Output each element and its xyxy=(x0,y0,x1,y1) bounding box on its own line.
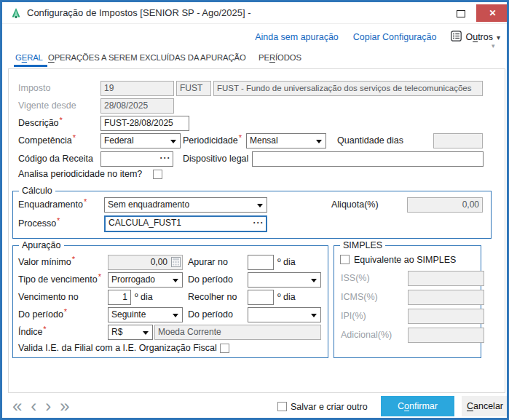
adicional-label: Adicional(%) xyxy=(341,330,392,340)
vencimento-no-suffix: º dia xyxy=(135,292,153,302)
nav-last-button[interactable]: » xyxy=(60,397,69,415)
status-link-apuracao[interactable]: Ainda sem apuração xyxy=(255,32,339,42)
enquadramento-select[interactable]: Sem enquadramento xyxy=(104,197,267,213)
competencia-label: Competência xyxy=(18,135,76,146)
descricao-input[interactable]: FUST-28/08/2025 xyxy=(100,116,189,131)
chevron-down-icon xyxy=(311,279,317,282)
confirmar-button[interactable]: Confirmar xyxy=(381,396,454,416)
outros-label: Outros xyxy=(465,32,493,42)
indice-select[interactable]: R$ xyxy=(108,325,153,340)
do-periodo-vencimento-select[interactable]: Seguinte xyxy=(108,307,183,322)
indice-label: Índice xyxy=(18,327,47,337)
record-navigation: « ‹ › » xyxy=(12,397,70,415)
iss-label: ISS(%) xyxy=(341,273,370,283)
tab-operacoes-excluidas[interactable]: OPERAÇÕES A SEREM EXCLUÍDAS DA APURAÇÃO xyxy=(48,53,246,62)
do-periodo-apurar-label: Do período xyxy=(188,274,233,285)
copy-config-link[interactable]: Copiar Configuração xyxy=(353,32,437,42)
apuracao-group-title: Apuração xyxy=(19,240,64,250)
vencimento-no-label: Vencimento no xyxy=(18,292,79,302)
analisa-periodicidade-label: Analisa periodicidade no item? xyxy=(18,169,142,179)
aliquota-field: 0,00 xyxy=(407,197,483,213)
valida-ie-label: Valida I.E. da Filial com a I.E. Organiz… xyxy=(18,343,217,353)
dialog-window: Configuração de Impostos [SENIOR SP - Ag… xyxy=(0,0,509,420)
tab-periodos[interactable]: PERÍODOS xyxy=(259,53,301,62)
do-periodo-recolher-label: Do período xyxy=(188,309,233,320)
vigente-desde-label: Vigente desde xyxy=(18,100,76,111)
do-periodo-recolher-select[interactable] xyxy=(248,307,321,322)
chevron-down-icon xyxy=(173,279,178,282)
imposto-nome-field: FUST - Fundo de universalização dos serv… xyxy=(213,81,483,96)
nav-previous-button[interactable]: ‹ xyxy=(31,397,36,415)
apurar-no-input[interactable] xyxy=(248,255,274,270)
nav-first-button[interactable]: « xyxy=(12,397,22,415)
indice-descricao-field: Moeda Corrente xyxy=(154,325,321,340)
chevron-down-icon xyxy=(257,204,263,207)
adicional-field xyxy=(408,328,484,343)
apurar-no-label: Apurar no xyxy=(188,257,228,267)
cancelar-button[interactable]: Cancelar xyxy=(462,396,508,416)
valor-minimo-label: Valor mínimo xyxy=(18,257,75,267)
codigo-receita-label: Código da Receita xyxy=(18,154,93,164)
window-title: Configuração de Impostos [SENIOR SP - Ag… xyxy=(27,7,251,18)
app-tree-icon xyxy=(10,7,22,22)
list-icon xyxy=(451,31,462,44)
do-periodo-vencimento-label: Do período xyxy=(18,309,67,320)
chevron-down-icon xyxy=(143,331,149,335)
aliquota-label: Aliquota(%) xyxy=(331,199,379,210)
codigo-receita-input[interactable] xyxy=(100,151,173,167)
ipi-label: IPI(%) xyxy=(341,311,366,321)
toolbar: Ainda sem apuração Copiar Configuração O… xyxy=(2,28,500,46)
chevron-down-icon xyxy=(170,140,176,143)
ellipsis-lookup-button[interactable] xyxy=(159,152,171,166)
chevron-down-icon xyxy=(311,314,317,317)
chevron-down-icon: ▾ xyxy=(497,33,500,41)
icms-field xyxy=(408,290,484,305)
imposto-codigo-field: 19 xyxy=(100,81,174,96)
iss-field xyxy=(408,271,484,286)
apurar-no-suffix: º dia xyxy=(277,257,296,267)
tipo-vencimento-select[interactable]: Prorrogado xyxy=(108,272,183,288)
chevron-down-icon xyxy=(173,314,178,317)
imposto-label: Imposto xyxy=(18,83,50,93)
calculo-group-title: Cálculo xyxy=(19,186,55,196)
ellipsis-lookup-button[interactable] xyxy=(253,217,264,231)
chevron-down-icon xyxy=(316,140,322,143)
periodicidade-select[interactable]: Mensal xyxy=(246,133,326,148)
processo-input[interactable]: CALCULA_FUST1 xyxy=(104,215,267,232)
title-bar: Configuração de Impostos [SENIOR SP - Ag… xyxy=(2,2,507,24)
competencia-select[interactable]: Federal xyxy=(100,133,181,148)
icms-label: ICMS(%) xyxy=(341,292,378,302)
periodicidade-label: Periodicidade xyxy=(183,135,242,146)
dispositivo-legal-input[interactable] xyxy=(252,151,484,167)
enquadramento-label: Enquadramento xyxy=(18,199,87,210)
valida-ie-checkbox[interactable] xyxy=(220,344,229,353)
tab-geral[interactable]: GERAL xyxy=(15,53,43,62)
close-button[interactable]: ✕ xyxy=(476,4,509,22)
dispositivo-legal-label: Dispositivo legal xyxy=(183,154,248,164)
maximize-button[interactable] xyxy=(457,10,465,17)
imposto-sigla-field: FUST xyxy=(176,81,211,96)
recolher-no-suffix: º dia xyxy=(277,292,296,302)
vencimento-no-input[interactable]: 1 xyxy=(108,290,131,305)
analisa-periodicidade-checkbox[interactable] xyxy=(153,170,162,179)
vigente-desde-field: 28/08/2025 xyxy=(100,98,174,114)
collapse-arrow-icon[interactable]: ▾ xyxy=(492,42,495,49)
calculator-icon[interactable] xyxy=(171,257,181,270)
quantidade-dias-field xyxy=(433,133,483,148)
nav-next-button[interactable]: › xyxy=(45,397,51,415)
equivalente-simples-label: Equivalente ao SIMPLES xyxy=(354,255,456,265)
ipi-field xyxy=(408,309,484,324)
processo-label: Processo xyxy=(18,218,60,229)
tipo-vencimento-label: Tipo de vencimento xyxy=(18,274,101,285)
recolher-no-label: Recolher no xyxy=(188,292,237,302)
recolher-no-input[interactable] xyxy=(248,290,274,305)
salvar-criar-outro-checkbox[interactable] xyxy=(277,402,287,411)
quantidade-dias-label: Quantidade dias xyxy=(337,135,403,146)
salvar-criar-outro-label: Salvar e criar outro xyxy=(291,402,368,412)
active-tab-underline xyxy=(14,65,47,67)
do-periodo-apurar-select[interactable] xyxy=(248,272,321,288)
descricao-label: Descrição xyxy=(18,118,63,128)
equivalente-simples-checkbox[interactable] xyxy=(340,255,350,264)
simples-group-title: SIMPLES xyxy=(340,240,385,250)
